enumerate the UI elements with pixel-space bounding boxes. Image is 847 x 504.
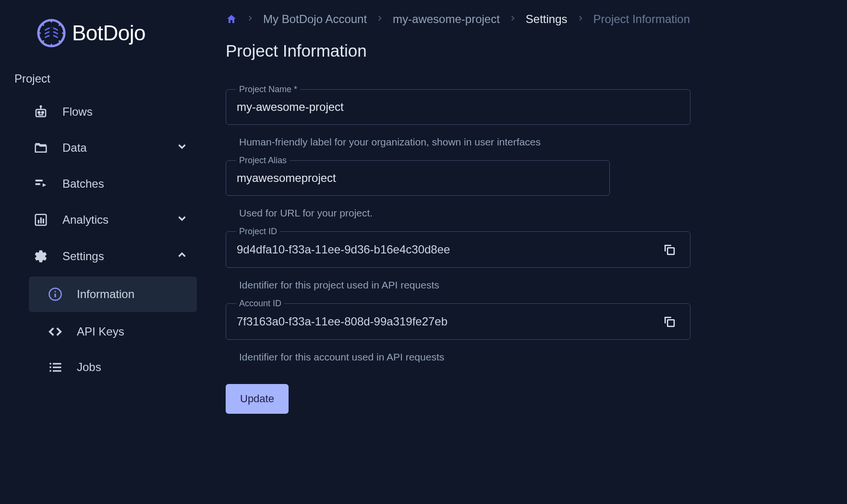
project-id-help: Identifier for this project used in API … [226,273,833,303]
sidebar-item-flows[interactable]: Flows [0,94,226,130]
svg-point-29 [49,370,51,372]
project-alias-help: Used for URL for your project. [226,201,833,231]
logo[interactable]: BotDojo [0,10,226,67]
project-id-label: Project ID [236,227,280,237]
sidebar-subitem-information[interactable]: Information [29,276,197,312]
chevron-up-icon [176,249,188,264]
sidebar-subitem-api-keys[interactable]: API Keys [0,314,226,349]
svg-rect-32 [667,320,674,326]
sidebar: BotDojo Project Flows Data [0,0,226,504]
svg-rect-9 [49,27,53,40]
info-icon [48,287,62,301]
home-icon [226,13,237,25]
project-id-value: 9d4dfa10-f33a-11ee-9d36-b16e4c30d8ee [237,243,653,256]
chevron-right-icon [375,14,384,25]
project-alias-label: Project Alias [236,156,290,166]
svg-rect-26 [53,363,61,364]
project-name-help: Human-friendly label for your organizati… [226,130,833,160]
svg-rect-21 [43,219,44,224]
svg-point-14 [40,106,42,108]
svg-rect-28 [53,367,61,368]
sidebar-item-label: Settings [62,250,161,263]
project-alias-input[interactable] [237,171,599,185]
svg-rect-10 [36,109,46,117]
sidebar-section-project: Project [0,67,226,94]
account-id-group: Account ID 7f3163a0-f33a-11ee-808d-99a31… [226,303,690,340]
sidebar-subitem-label: Jobs [77,360,101,374]
chevron-right-icon [508,14,517,25]
project-alias-group: Project Alias [226,160,610,196]
svg-rect-15 [36,180,43,181]
chevron-down-icon [176,140,188,156]
code-icon [48,324,62,339]
project-name-group: Project Name * [226,89,690,125]
breadcrumb-home[interactable] [226,13,237,25]
analytics-icon [34,213,48,227]
project-id-group: Project ID 9d4dfa10-f33a-11ee-9d36-b16e4… [226,231,690,268]
botdojo-logo-icon [36,18,66,48]
svg-point-27 [49,366,51,368]
chevron-right-icon [246,14,254,25]
svg-rect-30 [53,370,61,372]
update-button[interactable]: Update [226,384,289,414]
robot-icon [34,105,48,119]
svg-rect-20 [40,217,42,224]
batches-icon [34,177,48,191]
breadcrumb-project[interactable]: my-awesome-project [393,12,500,26]
account-id-label: Account ID [236,299,284,309]
sidebar-item-label: Analytics [62,213,161,227]
sidebar-subitem-jobs[interactable]: Jobs [0,349,226,385]
sidebar-item-settings[interactable]: Settings [0,238,226,275]
copy-icon [662,314,677,329]
svg-marker-17 [43,183,47,187]
svg-point-24 [55,291,56,292]
copy-icon [662,242,677,257]
sidebar-item-batches[interactable]: Batches [0,166,226,202]
account-id-value: 7f3163a0-f33a-11ee-808d-99a319fe27eb [237,315,653,328]
account-id-help: Identifier for this account used in API … [226,345,833,375]
sidebar-item-label: Data [62,141,161,155]
sidebar-subitem-label: API Keys [77,325,124,338]
sidebar-item-label: Flows [62,105,211,119]
breadcrumb-account[interactable]: My BotDojo Account [263,12,367,26]
sidebar-item-analytics[interactable]: Analytics [0,202,226,238]
list-icon [48,360,62,374]
breadcrumb-current: Project Information [593,12,690,26]
svg-point-12 [42,111,44,113]
svg-rect-19 [38,220,39,224]
svg-point-25 [49,363,51,365]
sidebar-subitem-label: Information [77,288,134,301]
breadcrumb: My BotDojo Account my-awesome-project Se… [226,10,833,41]
sidebar-item-label: Batches [62,177,211,191]
chevron-down-icon [176,212,188,228]
folder-icon [34,141,48,155]
brand-name: BotDojo [72,21,145,45]
project-name-input[interactable] [237,100,679,114]
svg-rect-16 [36,183,40,185]
page-title: Project Information [226,41,833,60]
copy-account-id-button[interactable] [659,314,679,329]
chevron-right-icon [576,14,585,25]
gear-icon [34,249,48,264]
svg-rect-31 [667,248,674,254]
main-content: My BotDojo Account my-awesome-project Se… [226,0,847,504]
sidebar-item-data[interactable]: Data [0,130,226,166]
project-name-label: Project Name * [236,84,300,95]
copy-project-id-button[interactable] [659,242,679,257]
svg-point-11 [38,111,40,113]
breadcrumb-settings[interactable]: Settings [526,12,568,26]
